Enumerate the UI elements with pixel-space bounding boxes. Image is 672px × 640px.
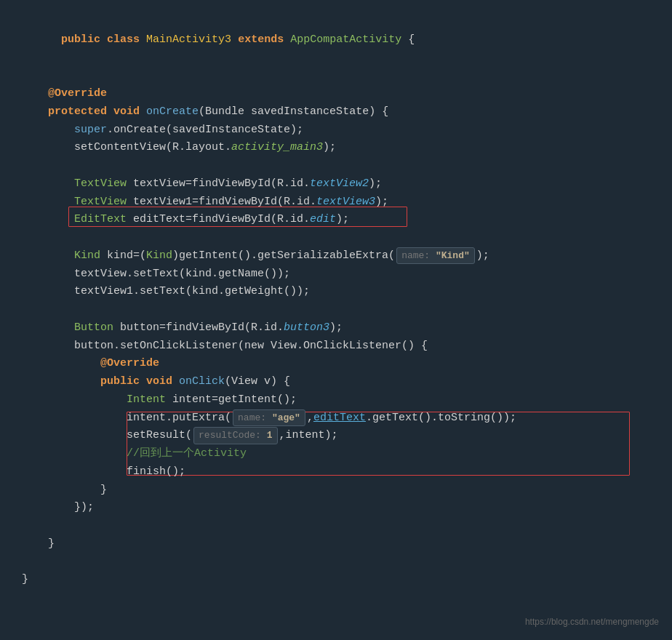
token: setResult( <box>127 429 192 441</box>
token: extends <box>238 33 284 46</box>
token: onClick <box>179 375 225 388</box>
code-line: @Override <box>22 355 657 373</box>
token: //回到上一个Activity <box>127 447 247 460</box>
token: TextView <box>74 196 127 208</box>
token: activity_main3 <box>231 141 323 153</box>
token: edit <box>310 213 336 225</box>
code-line <box>22 67 657 85</box>
code-line: protected void onCreate(Bundle savedInst… <box>22 103 657 121</box>
token: finish(); <box>127 465 185 478</box>
code-line: setContentView(R.layout.activity_main3); <box>22 139 657 157</box>
token: ); <box>336 213 349 225</box>
token: }); <box>74 501 94 513</box>
token: AppCompatActivity <box>290 33 401 46</box>
code-line: Button button=findViewById(R.id.button3)… <box>22 319 657 337</box>
token: Button <box>74 321 113 334</box>
token: @Override <box>100 357 159 369</box>
hint-resultcode: resultCode: 1 <box>193 427 277 444</box>
token: textView=findViewById(R.id. <box>127 177 310 190</box>
token: editText <box>313 412 366 424</box>
token: editText=findViewById(R.id. <box>127 213 310 225</box>
code-line: @Override <box>22 85 657 103</box>
code-line <box>22 517 657 535</box>
code-line: button.setOnClickListener(new View.OnCli… <box>22 337 657 356</box>
token: super <box>74 124 107 136</box>
token: public <box>100 375 140 388</box>
hint-name2: name: "age" <box>233 409 305 426</box>
code-line: textView1.setText(kind.getWeight()); <box>22 283 657 301</box>
token: .getText().toString()); <box>366 412 516 424</box>
token: MainActivity3 <box>146 33 231 46</box>
code-line: } <box>22 571 657 589</box>
token <box>140 33 146 46</box>
token <box>284 33 290 46</box>
token: void <box>113 105 140 118</box>
code-line <box>22 229 657 247</box>
token: button.setOnClickListener(new View.OnCli… <box>74 340 428 352</box>
token: Intent <box>127 393 166 406</box>
token: { <box>401 33 415 46</box>
token: button=findViewById(R.id. <box>113 321 284 334</box>
code-line: } <box>22 481 657 500</box>
token: ); <box>476 249 489 262</box>
code-line <box>22 553 657 572</box>
token: ); <box>329 321 343 334</box>
token: void <box>146 375 172 388</box>
code-line: finish(); <box>22 463 657 481</box>
token: .onCreate(savedInstanceState); <box>107 124 303 136</box>
code-line-intent: Intent intent=getIntent(); <box>22 391 657 409</box>
token: kind=( <box>100 249 146 262</box>
token: } <box>48 537 55 550</box>
token: intent=getIntent(); <box>166 393 297 406</box>
token: EditText <box>74 213 127 225</box>
token: ); <box>323 141 336 153</box>
code-line: public void onClick(View v) { <box>22 373 657 391</box>
code-line: } <box>22 535 657 553</box>
code-line: textView.setText(kind.getName()); <box>22 265 657 284</box>
token: @Override <box>48 87 107 100</box>
token: )getIntent().getSerializableExtra( <box>172 249 395 262</box>
token: textView2 <box>310 177 369 190</box>
code-line: //回到上一个Activity <box>22 445 657 463</box>
token <box>231 33 238 46</box>
token: ); <box>369 177 382 190</box>
code-line: public class MainActivity3 extends AppCo… <box>22 13 657 67</box>
token <box>140 375 146 388</box>
token: protected <box>48 105 107 118</box>
hint-name: name: "Kind" <box>396 247 475 264</box>
token: (Bundle savedInstanceState) { <box>199 105 388 118</box>
token: Kind <box>74 249 100 262</box>
watermark: https://blog.csdn.net/mengmengde <box>525 615 659 630</box>
token: textView.setText(kind.getName()); <box>74 268 290 280</box>
code-line-edittext: EditText editText=findViewById(R.id.edit… <box>22 211 657 229</box>
token: intent.putExtra( <box>127 412 231 424</box>
token <box>172 375 179 388</box>
token: class <box>107 33 140 46</box>
token: ); <box>375 196 388 208</box>
token: ,intent); <box>279 429 338 441</box>
token <box>100 33 107 46</box>
code-line: }); <box>22 499 657 517</box>
token: (View v) { <box>225 375 290 388</box>
token: textView3 <box>316 196 375 208</box>
code-line: Kind kind=(Kind)getIntent().getSerializa… <box>22 247 657 265</box>
token: button3 <box>284 321 329 334</box>
token: onCreate <box>146 105 199 118</box>
code-line-setresult: setResult(resultCode: 1,intent); <box>22 427 657 445</box>
token: TextView <box>74 177 127 190</box>
code-line-putextra: intent.putExtra(name: "age",editText.get… <box>22 409 657 428</box>
code-line: TextView textView=findViewById(R.id.text… <box>22 175 657 193</box>
code-line <box>22 301 657 319</box>
token: setContentView(R.layout. <box>74 141 231 153</box>
token: textView1.setText(kind.getWeight()); <box>74 285 310 297</box>
code-line <box>22 157 657 175</box>
code-editor: public class MainActivity3 extends AppCo… <box>0 0 672 602</box>
token: , <box>307 412 313 424</box>
token: } <box>100 484 107 496</box>
token <box>107 105 113 118</box>
token: } <box>22 573 28 585</box>
token: public <box>61 33 100 46</box>
token: textView1=findViewById(R.id. <box>127 196 316 208</box>
token <box>140 105 146 118</box>
token: Kind <box>146 249 172 262</box>
